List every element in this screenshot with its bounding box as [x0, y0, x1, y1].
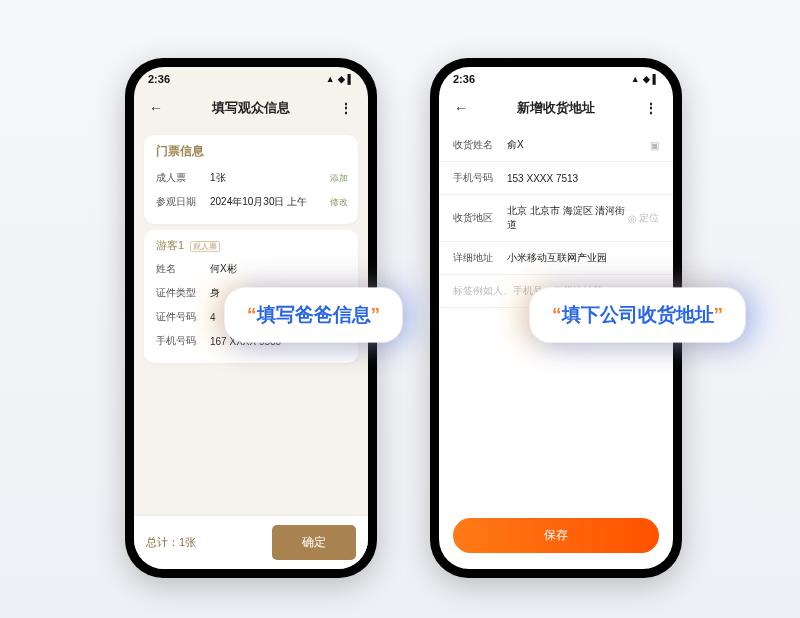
detail-address-row[interactable]: 详细地址 小米移动互联网产业园 [439, 242, 673, 275]
signal-icon: ▲ [326, 75, 335, 84]
content: 收货姓名 俞X ▣ 手机号码 153 XXXX 7513 收货地区 北京 北京市… [439, 125, 673, 569]
total-label: 总计：1张 [146, 535, 272, 550]
battery-icon: ▌ [653, 75, 659, 84]
ticket-type-row: 成人票 1张 添加 [156, 166, 348, 190]
signal-icon: ▲ [631, 75, 640, 84]
region-action[interactable]: 定位 [639, 211, 659, 225]
region-row[interactable]: 收货地区 北京 北京市 海淀区 清河街道 ◎ 定位 [439, 195, 673, 242]
recipient-phone-value: 153 XXXX 7513 [507, 173, 659, 184]
status-time: 2:36 [148, 73, 170, 85]
confirm-button[interactable]: 确定 [272, 525, 356, 560]
status-icons: ▲ ◆ ▌ [326, 75, 354, 84]
visit-date-label: 参观日期 [156, 195, 210, 209]
more-icon[interactable]: ⋮ [641, 100, 661, 116]
status-icons: ▲ ◆ ▌ [631, 75, 659, 84]
status-time: 2:36 [453, 73, 475, 85]
quote-close: ” [714, 304, 724, 326]
voice-bubble-left: “ 填写爸爸信息 ” [225, 288, 402, 342]
back-icon[interactable]: ← [451, 100, 471, 116]
visit-date-row: 参观日期 2024年10月30日 上午 修改 [156, 190, 348, 214]
ticket-type-value: 1张 [210, 171, 330, 185]
guest-idnum-label: 证件号码 [156, 310, 210, 324]
visit-date-edit-link[interactable]: 修改 [330, 196, 348, 209]
voice-bubble-right: “ 填下公司收货地址 ” [530, 288, 745, 342]
quote-close: ” [371, 304, 381, 326]
save-button[interactable]: 保存 [453, 518, 659, 553]
guest-idtype-label: 证件类型 [156, 286, 210, 300]
recipient-phone-row[interactable]: 手机号码 153 XXXX 7513 [439, 162, 673, 195]
recipient-name-row[interactable]: 收货姓名 俞X ▣ [439, 129, 673, 162]
ticket-add-link[interactable]: 添加 [330, 172, 348, 185]
ticket-info-card: 门票信息 成人票 1张 添加 参观日期 2024年10月30日 上午 修改 [144, 135, 358, 224]
ticket-type-label: 成人票 [156, 171, 210, 185]
guest-name-row: 姓名 何X彬 [156, 257, 348, 281]
page-title: 新增收货地址 [471, 99, 641, 117]
guest-phone-label: 手机号码 [156, 334, 210, 348]
recipient-name-label: 收货姓名 [453, 138, 507, 152]
ticket-section-title: 门票信息 [156, 143, 348, 160]
bubble-text: 填写爸爸信息 [257, 302, 371, 328]
navbar: ← 新增收货地址 ⋮ [439, 91, 673, 125]
location-icon[interactable]: ◎ [628, 213, 637, 224]
detail-address-label: 详细地址 [453, 251, 507, 265]
navbar: ← 填写观众信息 ⋮ [134, 91, 368, 125]
region-value: 北京 北京市 海淀区 清河街道 [507, 204, 628, 232]
guest-name-label: 姓名 [156, 262, 210, 276]
guest-heading: 游客1 观人票 [156, 238, 348, 253]
back-icon[interactable]: ← [146, 100, 166, 116]
page-title: 填写观众信息 [166, 99, 336, 117]
guest-tag: 观人票 [190, 241, 220, 252]
visit-date-value: 2024年10月30日 上午 [210, 195, 330, 209]
guest-name-value: 何X彬 [210, 262, 348, 276]
status-bar: 2:36 ▲ ◆ ▌ [134, 67, 368, 91]
wifi-icon: ◆ [338, 75, 345, 84]
region-label: 收货地区 [453, 211, 507, 225]
battery-icon: ▌ [348, 75, 354, 84]
wifi-icon: ◆ [643, 75, 650, 84]
quote-open: “ [552, 304, 562, 326]
bubble-text: 填下公司收货地址 [562, 302, 714, 328]
recipient-name-value: 俞X [507, 138, 650, 152]
detail-address-value: 小米移动互联网产业园 [507, 251, 659, 265]
more-icon[interactable]: ⋮ [336, 100, 356, 116]
footer-bar: 总计：1张 确定 [134, 515, 368, 569]
guest-heading-text: 游客1 [156, 239, 184, 251]
contacts-icon[interactable]: ▣ [650, 140, 659, 151]
quote-open: “ [247, 304, 257, 326]
recipient-phone-label: 手机号码 [453, 171, 507, 185]
status-bar: 2:36 ▲ ◆ ▌ [439, 67, 673, 91]
